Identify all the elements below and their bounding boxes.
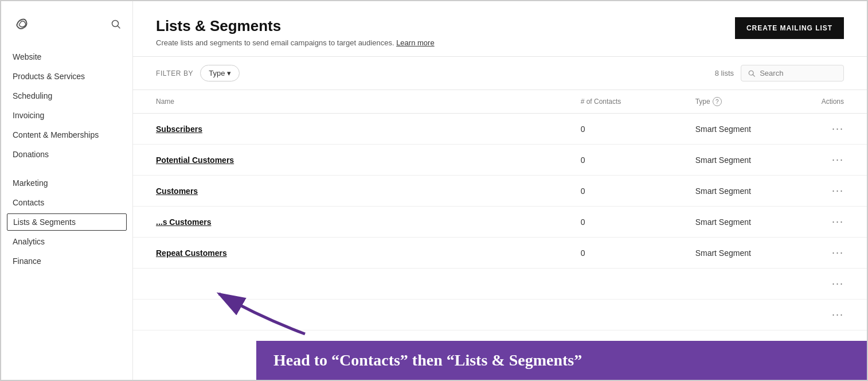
sidebar-item-finance[interactable]: Finance: [1, 251, 132, 271]
sidebar-item-contacts[interactable]: Contacts: [1, 193, 132, 212]
sidebar-item-invoicing[interactable]: Invoicing: [1, 106, 132, 125]
header-text: Lists & Segments Create lists and segmen…: [156, 17, 435, 47]
table-row: Subscribers 0 Smart Segment ···: [133, 114, 867, 145]
filter-bar: FILTER BY Type ▾ 8 lists: [133, 57, 867, 90]
page-subtitle: Create lists and segments to send email …: [156, 38, 435, 47]
filter-left: FILTER BY Type ▾: [156, 65, 240, 81]
row-name-potential-customers[interactable]: Potential Customers: [156, 155, 234, 165]
row-actions-4[interactable]: ···: [832, 247, 844, 258]
page-title: Lists & Segments: [156, 17, 435, 35]
squarespace-logo: [13, 15, 31, 36]
row-name-subscribers[interactable]: Subscribers: [156, 125, 202, 134]
row-name-repeat-customers[interactable]: Repeat Customers: [156, 248, 227, 258]
col-header-name: Name: [133, 90, 558, 114]
sidebar-item-marketing[interactable]: Marketing: [1, 173, 132, 193]
page-header: Lists & Segments Create lists and segmen…: [133, 1, 867, 57]
table-row: ···: [133, 269, 867, 300]
sidebar-item-donations[interactable]: Donations: [1, 145, 132, 164]
row-actions-5[interactable]: ···: [832, 278, 844, 289]
row-contacts-0: 0: [558, 114, 672, 145]
filter-by-label: FILTER BY: [156, 69, 193, 77]
row-actions-6[interactable]: ···: [832, 309, 844, 320]
col-header-contacts: # of Contacts: [558, 90, 672, 114]
row-name-s-customers[interactable]: ...s Customers: [156, 217, 211, 227]
sidebar-header: [1, 10, 132, 47]
table-row: Customers 0 Smart Segment ···: [133, 176, 867, 207]
table-row: ...s Customers 0 Smart Segment ···: [133, 207, 867, 238]
main-content: Lists & Segments Create lists and segmen…: [133, 1, 867, 380]
create-mailing-list-button[interactable]: CREATE MAILING LIST: [735, 17, 844, 39]
svg-point-1: [112, 21, 119, 27]
search-icon[interactable]: [111, 19, 121, 32]
row-contacts-4: 0: [558, 238, 672, 269]
type-filter-button[interactable]: Type ▾: [200, 65, 240, 81]
row-contacts-3: 0: [558, 207, 672, 238]
sidebar-item-website[interactable]: Website: [1, 47, 132, 67]
table-row: ···: [133, 300, 867, 331]
col-header-type: Type ?: [672, 90, 799, 114]
search-box-icon: [748, 69, 755, 77]
type-filter-label: Type: [209, 69, 225, 77]
sidebar-nav: Website Products & Services Scheduling I…: [1, 47, 132, 371]
table-row: Potential Customers 0 Smart Segment ···: [133, 145, 867, 176]
row-type-3: Smart Segment: [672, 207, 799, 238]
sidebar-item-scheduling[interactable]: Scheduling: [1, 86, 132, 106]
row-actions-1[interactable]: ···: [832, 154, 844, 165]
col-header-actions: Actions: [799, 90, 867, 114]
row-actions-0[interactable]: ···: [832, 123, 844, 134]
row-contacts-2: 0: [558, 176, 672, 207]
search-box: [741, 65, 844, 81]
row-contacts-1: 0: [558, 145, 672, 176]
svg-line-2: [118, 26, 120, 29]
lists-count: 8 lists: [715, 69, 734, 77]
table-header-row: Name # of Contacts Type ? Actions: [133, 90, 867, 114]
sidebar-item-analytics[interactable]: Analytics: [1, 232, 132, 251]
row-type-2: Smart Segment: [672, 176, 799, 207]
type-info-icon[interactable]: ?: [713, 97, 722, 106]
table-row: Repeat Customers 0 Smart Segment ···: [133, 238, 867, 269]
row-type-4: Smart Segment: [672, 238, 799, 269]
sidebar: Website Products & Services Scheduling I…: [1, 1, 133, 380]
sidebar-item-products-services[interactable]: Products & Services: [1, 67, 132, 86]
row-actions-3[interactable]: ···: [832, 216, 844, 227]
lists-table-container: Name # of Contacts Type ? Actions Subscr…: [133, 90, 867, 380]
chevron-down-icon: ▾: [227, 69, 231, 77]
svg-rect-0: [13, 15, 31, 33]
row-type-1: Smart Segment: [672, 145, 799, 176]
row-name-customers[interactable]: Customers: [156, 186, 198, 196]
sidebar-item-lists-segments[interactable]: Lists & Segments: [7, 213, 127, 231]
row-type-0: Smart Segment: [672, 114, 799, 145]
learn-more-link[interactable]: Learn more: [396, 38, 434, 47]
lists-table: Name # of Contacts Type ? Actions Subscr…: [133, 90, 867, 331]
filter-right: 8 lists: [715, 65, 844, 81]
sidebar-item-content-memberships[interactable]: Content & Memberships: [1, 125, 132, 145]
search-input[interactable]: [760, 69, 836, 77]
row-actions-2[interactable]: ···: [832, 185, 844, 196]
svg-line-4: [753, 75, 754, 76]
